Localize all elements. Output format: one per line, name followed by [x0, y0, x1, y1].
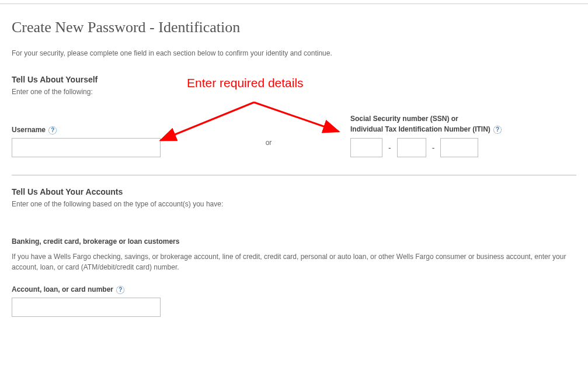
- ssn-dash-2: -: [430, 143, 437, 153]
- username-column: Username ?: [12, 126, 187, 157]
- username-input[interactable]: [12, 138, 161, 157]
- ssn-input-1[interactable]: [350, 138, 382, 157]
- section1-sub: Enter one of the following:: [12, 88, 576, 96]
- ssn-label-row: Social Security number (SSN) or Individu…: [350, 113, 576, 134]
- section2-heading: Tell Us About Your Accounts: [12, 187, 576, 196]
- account-label: Account, loan, or card number: [12, 285, 113, 294]
- banking-subheading: Banking, credit card, brokerage or loan …: [12, 237, 576, 246]
- help-icon[interactable]: ?: [48, 126, 57, 134]
- help-icon[interactable]: ?: [493, 126, 502, 134]
- banking-description: If you have a Wells Fargo checking, savi…: [12, 251, 572, 272]
- username-label-row: Username ?: [12, 126, 187, 134]
- intro-text: For your security, please complete one f…: [12, 49, 576, 57]
- account-input[interactable]: [12, 298, 161, 317]
- or-separator: or: [187, 139, 350, 157]
- ssn-input-group: - -: [350, 138, 576, 157]
- section1-heading: Tell Us About Yourself: [12, 75, 576, 84]
- section-divider: [12, 175, 576, 175]
- account-label-row: Account, loan, or card number ?: [12, 285, 576, 294]
- ssn-label-line2: Individual Tax Identification Number (IT…: [350, 125, 490, 133]
- ssn-input-3[interactable]: [440, 138, 478, 157]
- ssn-input-2[interactable]: [397, 138, 426, 157]
- help-icon[interactable]: ?: [116, 286, 124, 294]
- page-title: Create New Password - Identification: [12, 19, 576, 36]
- username-label: Username: [12, 126, 46, 134]
- ssn-dash-1: -: [386, 143, 394, 153]
- ssn-column: Social Security number (SSN) or Individu…: [350, 113, 576, 157]
- identification-row: Username ? or Social Security number (SS…: [12, 113, 576, 157]
- section2-sub: Enter one of the following based on the …: [12, 200, 576, 208]
- main-content: Create New Password - Identification For…: [0, 4, 588, 340]
- ssn-label-line1: Social Security number (SSN) or: [350, 115, 458, 123]
